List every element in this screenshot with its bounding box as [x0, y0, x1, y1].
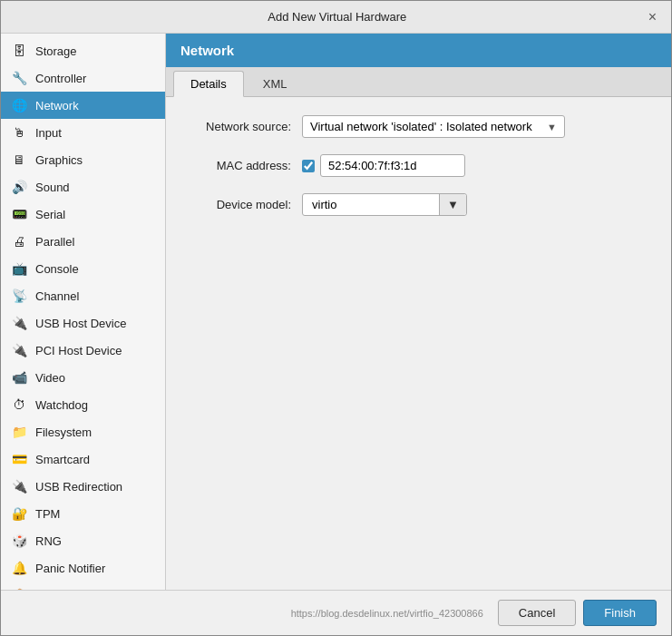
- controller-icon: 🔧: [10, 69, 28, 87]
- dialog-title: Add New Virtual Hardware: [30, 10, 645, 24]
- device-model-arrow-icon: ▼: [447, 198, 459, 211]
- input-icon: 🖱: [10, 123, 28, 142]
- tabs-bar: DetailsXML: [166, 67, 671, 97]
- sidebar-label-input: Input: [35, 126, 62, 140]
- cancel-button[interactable]: Cancel: [498, 600, 576, 626]
- network-source-value: Virtual network 'isolated' : Isolated ne…: [310, 120, 532, 133]
- dropdown-arrow-icon: ▼: [547, 122, 557, 132]
- usb-redirection-icon: 🔌: [10, 477, 28, 495]
- sidebar-label-usb-redirection: USB Redirection: [35, 480, 122, 494]
- storage-icon: 🗄: [10, 42, 28, 60]
- sidebar-item-graphics[interactable]: 🖥 Graphics: [1, 146, 165, 173]
- sidebar: 🗄 Storage 🔧 Controller 🌐 Network 🖱 Input…: [1, 34, 166, 590]
- rng-icon: 🎲: [10, 532, 28, 550]
- sidebar-item-smartcard[interactable]: 💳 Smartcard: [1, 445, 165, 473]
- sound-icon: 🔊: [10, 178, 28, 196]
- device-model-select[interactable]: virtio ▼: [302, 193, 467, 216]
- network-source-label: Network source:: [184, 120, 302, 133]
- network-source-row: Network source: Virtual network 'isolate…: [184, 115, 653, 138]
- filesystem-icon: 📁: [10, 423, 28, 441]
- channel-icon: 📡: [10, 287, 28, 305]
- sidebar-label-usb-host-device: USB Host Device: [35, 317, 126, 330]
- sidebar-label-filesystem: Filesystem: [35, 426, 92, 439]
- console-icon: 📺: [10, 259, 28, 278]
- mac-address-checkbox[interactable]: [302, 160, 315, 172]
- video-icon: 📹: [10, 368, 28, 386]
- sidebar-label-pci-host-device: PCI Host Device: [35, 344, 122, 357]
- sidebar-label-channel: Channel: [35, 289, 79, 303]
- device-model-control: virtio ▼: [302, 193, 467, 216]
- sidebar-label-console: Console: [35, 262, 79, 276]
- device-model-value: virtio: [303, 194, 439, 215]
- sidebar-item-storage[interactable]: 🗄 Storage: [1, 37, 165, 64]
- sidebar-label-serial: Serial: [35, 208, 65, 221]
- sidebar-item-network[interactable]: 🌐 Network: [1, 92, 165, 119]
- sidebar-label-tpm: TPM: [35, 507, 60, 521]
- parallel-icon: 🖨: [10, 232, 28, 250]
- finish-button[interactable]: Finish: [583, 600, 657, 626]
- sidebar-label-controller: Controller: [35, 72, 86, 85]
- sidebar-label-network: Network: [35, 99, 79, 113]
- sidebar-label-graphics: Graphics: [35, 153, 83, 167]
- sidebar-item-channel[interactable]: 📡 Channel: [1, 282, 165, 309]
- network-source-control: Virtual network 'isolated' : Isolated ne…: [302, 115, 565, 138]
- device-model-label: Device model:: [184, 198, 302, 211]
- close-button[interactable]: ×: [645, 10, 660, 24]
- sidebar-item-sound[interactable]: 🔊 Sound: [1, 173, 165, 201]
- sidebar-label-video: Video: [35, 371, 65, 385]
- sidebar-item-tpm[interactable]: 🔐 TPM: [1, 500, 165, 527]
- content-area: 🗄 Storage 🔧 Controller 🌐 Network 🖱 Input…: [1, 34, 671, 590]
- network-source-dropdown[interactable]: Virtual network 'isolated' : Isolated ne…: [302, 115, 565, 138]
- mac-address-control: [302, 154, 465, 177]
- watchdog-icon: ⏱: [10, 396, 28, 414]
- usb-host-device-icon: 🔌: [10, 314, 28, 332]
- titlebar: Add New Virtual Hardware ×: [1, 1, 671, 34]
- sidebar-label-sound: Sound: [35, 181, 70, 194]
- footer: https://blog.desdelinux.net/virtfio_4230…: [1, 590, 671, 635]
- mac-address-row: MAC address:: [184, 154, 653, 177]
- sidebar-item-input[interactable]: 🖱 Input: [1, 119, 165, 146]
- sidebar-item-controller[interactable]: 🔧 Controller: [1, 64, 165, 92]
- network-icon: 🌐: [10, 96, 28, 114]
- sidebar-item-usb-redirection[interactable]: 🔌 USB Redirection: [1, 473, 165, 500]
- mac-address-label: MAC address:: [184, 159, 302, 172]
- sidebar-label-smartcard: Smartcard: [35, 453, 90, 466]
- sidebar-item-video[interactable]: 📹 Video: [1, 364, 165, 391]
- sidebar-item-watchdog[interactable]: ⏱ Watchdog: [1, 391, 165, 418]
- sidebar-item-filesystem[interactable]: 📁 Filesystem: [1, 418, 165, 445]
- sidebar-item-serial[interactable]: 📟 Serial: [1, 201, 165, 228]
- serial-icon: 📟: [10, 205, 28, 223]
- panic-notifier-icon: 🔔: [10, 559, 28, 577]
- footer-url: https://blog.desdelinux.net/virtfio_4230…: [15, 608, 483, 619]
- main-panel: Network DetailsXML Network source: Virtu…: [166, 34, 671, 590]
- sidebar-label-watchdog: Watchdog: [35, 398, 88, 412]
- device-model-dropdown-btn[interactable]: ▼: [439, 194, 466, 215]
- sidebar-label-storage: Storage: [35, 44, 77, 58]
- pci-host-device-icon: 🔌: [10, 341, 28, 359]
- sidebar-label-parallel: Parallel: [35, 235, 74, 249]
- mac-address-input[interactable]: [320, 154, 465, 177]
- graphics-icon: 🖥: [10, 151, 28, 169]
- smartcard-icon: 💳: [10, 450, 28, 468]
- device-model-row: Device model: virtio ▼: [184, 193, 653, 216]
- sidebar-item-parallel[interactable]: 🖨 Parallel: [1, 228, 165, 255]
- sidebar-item-console[interactable]: 📺 Console: [1, 255, 165, 282]
- tpm-icon: 🔐: [10, 504, 28, 523]
- sidebar-item-rng[interactable]: 🎲 RNG: [1, 527, 165, 554]
- sidebar-item-virtio-vsock[interactable]: 📦 Virtio VSOCK: [1, 582, 165, 590]
- tab-xml[interactable]: XML: [246, 71, 305, 96]
- dialog: Add New Virtual Hardware × 🗄 Storage 🔧 C…: [0, 0, 672, 636]
- sidebar-label-panic-notifier: Panic Notifier: [35, 562, 105, 575]
- tab-details[interactable]: Details: [173, 71, 244, 97]
- form-area: Network source: Virtual network 'isolate…: [166, 97, 671, 590]
- sidebar-label-rng: RNG: [35, 534, 62, 548]
- sidebar-item-pci-host-device[interactable]: 🔌 PCI Host Device: [1, 337, 165, 364]
- sidebar-item-usb-host-device[interactable]: 🔌 USB Host Device: [1, 309, 165, 337]
- panel-header: Network: [166, 34, 671, 67]
- sidebar-item-panic-notifier[interactable]: 🔔 Panic Notifier: [1, 554, 165, 582]
